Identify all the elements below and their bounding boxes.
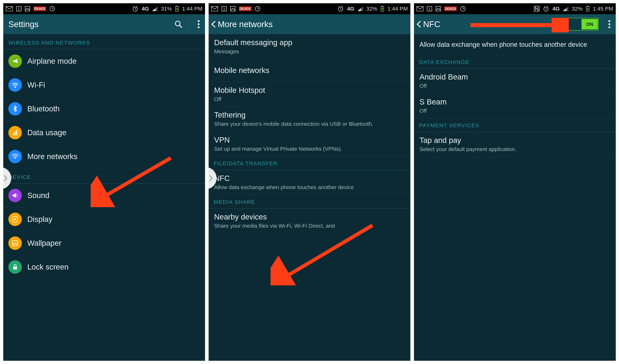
display-icon — [8, 212, 22, 226]
item-subtitle: Select your default payment application. — [420, 146, 610, 153]
svg-line-18 — [180, 25, 182, 28]
lte-indicator: 4G — [142, 6, 149, 12]
item-display[interactable]: Display — [3, 208, 205, 231]
airplane-icon — [8, 55, 22, 68]
title-bar: Settings — [3, 14, 205, 34]
battery-percent: 32% — [366, 6, 377, 12]
chevron-right-icon — [3, 175, 7, 182]
item-subtitle: Off — [420, 83, 610, 89]
item-airplane-mode[interactable]: Airplane mode — [3, 49, 205, 73]
screen-more-networks: 1 DEAD2 4G 32% 1:44 PM More networks Def… — [209, 3, 410, 361]
dead2-badge: DEAD2 — [33, 6, 46, 11]
item-subtitle: Share your media files via Wi-Fi, Wi-Fi … — [214, 223, 405, 229]
battery-icon — [380, 6, 384, 12]
svg-marker-13 — [152, 8, 155, 11]
svg-marker-16 — [176, 7, 178, 11]
item-mobile-hotspot[interactable]: Mobile Hotspot Off — [209, 82, 410, 107]
overflow-button[interactable] — [603, 20, 616, 28]
dead2-badge: DEAD2 — [444, 6, 457, 11]
svg-point-20 — [198, 23, 199, 25]
title-bar: More networks — [209, 14, 410, 34]
status-bar: 1 DEAD2 4G 31% 1:44 PM — [3, 3, 205, 14]
battery-icon — [175, 6, 179, 12]
svg-line-65 — [544, 6, 545, 7]
picture-icon — [436, 6, 441, 12]
lte-indicator: 4G — [552, 6, 560, 12]
screen-nfc: 1 DEAD2 4G 32% 1:45 PM NFC ON Allow data… — [414, 3, 616, 361]
svg-rect-31 — [13, 241, 18, 246]
svg-marker-51 — [381, 7, 383, 11]
svg-point-17 — [175, 21, 180, 26]
svg-point-73 — [608, 23, 610, 25]
item-label: Wallpaper — [27, 239, 62, 248]
item-title: Tap and pay — [420, 136, 610, 145]
item-title: Mobile Hotspot — [214, 86, 405, 95]
item-label: More networks — [27, 152, 77, 161]
item-vpn[interactable]: VPN Set up and manage Virtual Private Ne… — [209, 132, 410, 156]
nfc-description: Allow data exchange when phone touches a… — [414, 34, 616, 55]
wifi-icon — [8, 78, 22, 92]
circle-icon — [255, 6, 261, 12]
svg-point-72 — [608, 20, 610, 22]
item-title: Tethering — [214, 111, 405, 119]
item-title: VPN — [214, 136, 405, 144]
svg-point-23 — [14, 86, 16, 88]
item-wallpaper[interactable]: Wallpaper — [3, 231, 205, 255]
lock-icon — [8, 260, 22, 274]
item-default-messaging-app[interactable]: Default messaging app Messages — [209, 34, 410, 59]
battery-percent: 31% — [161, 6, 172, 12]
back-button[interactable]: More networks — [209, 19, 410, 29]
item-more-networks[interactable]: More networks — [3, 145, 205, 168]
wallpaper-icon — [8, 237, 22, 250]
svg-marker-71 — [587, 7, 589, 11]
item-s-beam[interactable]: S Beam Off — [414, 94, 616, 118]
nfc-toggle[interactable]: ON — [565, 18, 599, 30]
svg-text:1: 1 — [223, 7, 225, 11]
item-title: Mobile networks — [214, 66, 405, 75]
item-nearby-devices[interactable]: Nearby devices Share your media files vi… — [209, 209, 410, 233]
svg-marker-28 — [13, 193, 16, 198]
item-tethering[interactable]: Tethering Share your device's mobile dat… — [209, 107, 410, 132]
battery-icon — [586, 6, 590, 12]
section-device: DEVICE — [3, 168, 205, 183]
back-button[interactable]: NFC — [414, 19, 565, 29]
item-mobile-networks[interactable]: Mobile networks — [209, 59, 410, 82]
clock-time: 1:44 PM — [387, 6, 408, 12]
item-wifi[interactable]: Wi-Fi — [3, 73, 205, 97]
svg-line-9 — [135, 9, 136, 10]
item-lock-screen[interactable]: Lock screen — [3, 255, 205, 279]
more-networks-icon — [8, 150, 22, 163]
search-button[interactable] — [172, 20, 185, 28]
item-tap-and-pay[interactable]: Tap and pay Select your default payment … — [414, 132, 616, 157]
item-data-usage[interactable]: Data usage — [3, 121, 205, 145]
alarm-icon — [132, 6, 138, 12]
svg-text:1: 1 — [18, 7, 20, 11]
svg-line-10 — [133, 6, 134, 7]
item-android-beam[interactable]: Android Beam Off — [414, 69, 616, 94]
signal-icon — [358, 6, 363, 11]
mail-icon — [6, 6, 13, 11]
section-file-data: FILE/DATA TRANSFER — [209, 156, 410, 170]
section-data-exchange: DATA EXCHANGE — [414, 55, 616, 69]
svg-rect-70 — [587, 6, 588, 7]
svg-rect-50 — [382, 6, 383, 7]
signal-icon — [152, 6, 158, 11]
item-subtitle: Allow data exchange when phone touches a… — [214, 184, 405, 191]
bluetooth-icon — [8, 102, 22, 116]
dead2-badge: DEAD2 — [239, 6, 252, 11]
item-nfc[interactable]: NFC Allow data exchange when phone touch… — [209, 170, 410, 195]
item-label: Lock screen — [27, 263, 69, 271]
svg-point-74 — [608, 26, 610, 28]
item-bluetooth[interactable]: Bluetooth — [3, 97, 205, 121]
alarm-icon — [543, 6, 549, 12]
page-title: NFC — [423, 19, 440, 29]
svg-rect-25 — [14, 132, 16, 135]
search-icon — [174, 20, 183, 28]
item-sound[interactable]: Sound — [3, 184, 205, 208]
overflow-button[interactable] — [192, 20, 205, 28]
battery-percent: 32% — [572, 6, 583, 12]
status-bar: 1 DEAD2 4G 32% 1:45 PM — [414, 3, 616, 14]
clock-time: 1:45 PM — [593, 6, 613, 12]
section-media-share: MEDIA SHARE — [209, 195, 410, 208]
svg-marker-22 — [12, 59, 18, 63]
